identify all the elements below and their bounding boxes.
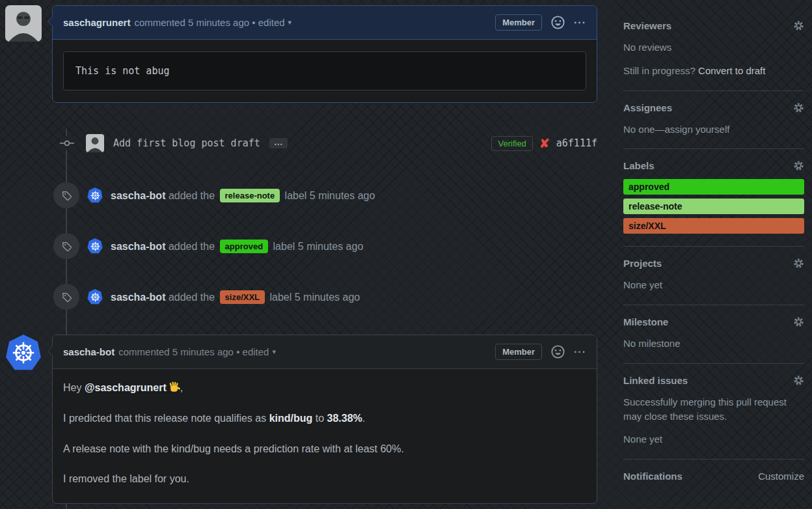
kebab-icon: ···	[574, 346, 586, 358]
removal-paragraph: I removed the label for you.	[63, 473, 586, 486]
comment-header: saschagrunert commented 5 minutes ago • …	[53, 6, 597, 40]
comment-header: sascha-bot commented 5 minutes ago • edi…	[53, 335, 597, 369]
label-event: sascha-bot added the approved label 5 mi…	[5, 233, 597, 259]
linked-issues-section: Linked issues Successfully merging this …	[623, 364, 804, 460]
label-chip[interactable]: size/XXL	[220, 290, 265, 304]
wave-emoji	[168, 381, 180, 393]
projects-empty: None yet	[623, 278, 804, 292]
labels-title: Labels	[623, 160, 655, 171]
comment-author-link[interactable]: sascha-bot	[63, 346, 115, 357]
timeline: Add first blog post draft … Verified ✘ a…	[5, 129, 597, 509]
comment-author-link[interactable]: saschagrunert	[63, 17, 130, 28]
code-block: This is not abug	[63, 51, 586, 90]
status-failure-icon[interactable]: ✘	[539, 136, 550, 151]
assignees-empty: No one—	[623, 124, 664, 135]
event-text: sascha-bot added the size/XXL label 5 mi…	[111, 290, 360, 304]
pr-conversation-page: saschagrunert commented 5 minutes ago • …	[0, 0, 812, 509]
linked-issues-title: Linked issues	[623, 375, 688, 386]
mention-link[interactable]: @saschagrunert	[85, 382, 167, 393]
assign-yourself-link[interactable]: assign yourself	[664, 124, 729, 135]
edited-dropdown[interactable]: ▾	[288, 18, 292, 27]
reviewers-empty: No reviews	[623, 40, 804, 55]
member-badge: Member	[495, 14, 542, 31]
labels-section: Labels approved release-note size/XXL	[623, 149, 804, 247]
commit-sha-link[interactable]: a6f111f	[556, 137, 597, 149]
avatar-sascha-bot[interactable]	[87, 187, 103, 203]
avatar-sascha-bot[interactable]	[87, 289, 103, 305]
avatar-sascha-bot-large[interactable]	[5, 335, 42, 371]
pr-sidebar: Reviewers No reviews Still in progress? …	[623, 5, 804, 509]
commit-expand-button[interactable]: …	[269, 138, 288, 148]
gear-icon[interactable]	[793, 375, 804, 386]
milestone-empty: No milestone	[623, 337, 804, 351]
projects-section: Projects None yet	[623, 247, 804, 305]
prediction-paragraph: I predicted that this release note quali…	[63, 412, 586, 426]
greeting-paragraph: Hey @saschagrunert,	[63, 381, 586, 395]
comment-options-button[interactable]: ···	[574, 346, 586, 358]
convert-to-draft-link[interactable]: Convert to draft	[698, 65, 765, 76]
smiley-icon	[551, 16, 565, 29]
commit-author-avatar[interactable]	[86, 134, 104, 152]
linked-issues-empty: None yet	[623, 432, 804, 447]
projects-title: Projects	[623, 258, 662, 269]
comment-body: Hey @saschagrunert, I predicted that thi…	[53, 369, 597, 503]
label-chip[interactable]: approved	[220, 240, 269, 253]
actor-link[interactable]: sascha-bot	[111, 190, 165, 201]
notifications-section: Notifications Customize	[623, 460, 804, 494]
verified-badge[interactable]: Verified	[491, 136, 532, 151]
reviewers-section: Reviewers No reviews Still in progress? …	[623, 9, 804, 91]
assignees-title: Assignees	[623, 102, 672, 113]
assignees-section: Assignees No one—assign yourself	[623, 91, 804, 150]
gear-icon[interactable]	[793, 258, 804, 269]
sidebar-label-approved[interactable]: approved	[623, 179, 804, 195]
member-badge: Member	[495, 344, 542, 360]
sidebar-label-size-xxl[interactable]: size/XXL	[623, 218, 804, 234]
milestone-section: Milestone No milestone	[623, 305, 804, 364]
gear-icon[interactable]	[793, 102, 804, 113]
smiley-icon	[551, 345, 565, 359]
kebab-icon: ···	[574, 17, 586, 29]
tag-icon	[53, 284, 79, 310]
linked-issues-desc: Successfully merging this pull request m…	[623, 395, 804, 424]
comment-options-button[interactable]: ···	[574, 17, 586, 29]
edited-dropdown[interactable]: ▾	[272, 348, 276, 356]
notifications-title: Notifications	[623, 471, 683, 482]
commit-message-link[interactable]: Add first blog post draft	[113, 137, 260, 149]
label-event: sascha-bot added the release-note label …	[5, 182, 597, 208]
actor-link[interactable]: sascha-bot	[111, 292, 165, 303]
comment-meta: commented 5 minutes ago • edited	[118, 346, 269, 357]
tag-icon	[53, 233, 79, 259]
avatar-sascha-bot[interactable]	[87, 238, 103, 254]
pr-timeline: saschagrunert commented 5 minutes ago • …	[5, 5, 597, 509]
gear-icon[interactable]	[793, 160, 804, 171]
customize-link[interactable]: Customize	[758, 471, 804, 482]
event-text: sascha-bot added the approved label 5 mi…	[111, 240, 363, 253]
actor-link[interactable]: sascha-bot	[111, 241, 165, 252]
reviewers-title: Reviewers	[623, 20, 671, 31]
add-reaction-button[interactable]	[551, 16, 565, 29]
gear-icon[interactable]	[793, 20, 804, 31]
comment-meta: commented 5 minutes ago • edited	[134, 17, 284, 28]
git-commit-icon	[60, 136, 74, 150]
comment-saschagrunert: saschagrunert commented 5 minutes ago • …	[5, 5, 597, 103]
label-chip[interactable]: release-note	[220, 189, 280, 202]
avatar-saschagrunert[interactable]	[5, 5, 42, 42]
gear-icon[interactable]	[793, 316, 804, 327]
event-text: sascha-bot added the release-note label …	[111, 189, 375, 202]
comment-sascha-bot: sascha-bot commented 5 minutes ago • edi…	[5, 335, 597, 504]
tag-icon	[53, 182, 79, 208]
comment-body: This is not abug	[53, 40, 597, 102]
label-event: sascha-bot added the size/XXL label 5 mi…	[5, 284, 597, 310]
commit-event: Add first blog post draft … Verified ✘ a…	[5, 129, 597, 158]
threshold-paragraph: A release note with the kind/bug needs a…	[63, 443, 586, 456]
sidebar-label-release-note[interactable]: release-note	[623, 199, 804, 214]
add-reaction-button[interactable]	[551, 345, 565, 359]
milestone-title: Milestone	[623, 316, 668, 327]
